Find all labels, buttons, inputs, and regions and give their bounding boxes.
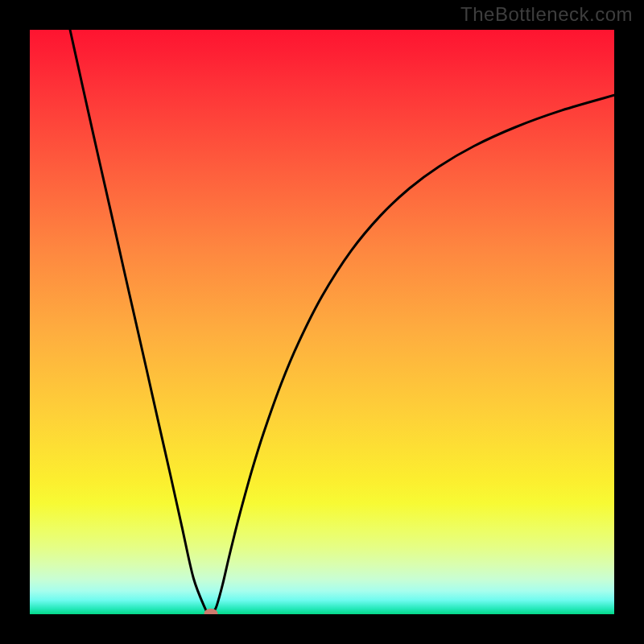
bottleneck-curve xyxy=(70,30,614,613)
curve-svg xyxy=(30,30,614,614)
plot-area xyxy=(30,30,614,614)
optimum-marker xyxy=(204,609,217,614)
chart-frame: TheBottleneck.com xyxy=(0,0,644,644)
watermark-label: TheBottleneck.com xyxy=(460,3,633,26)
